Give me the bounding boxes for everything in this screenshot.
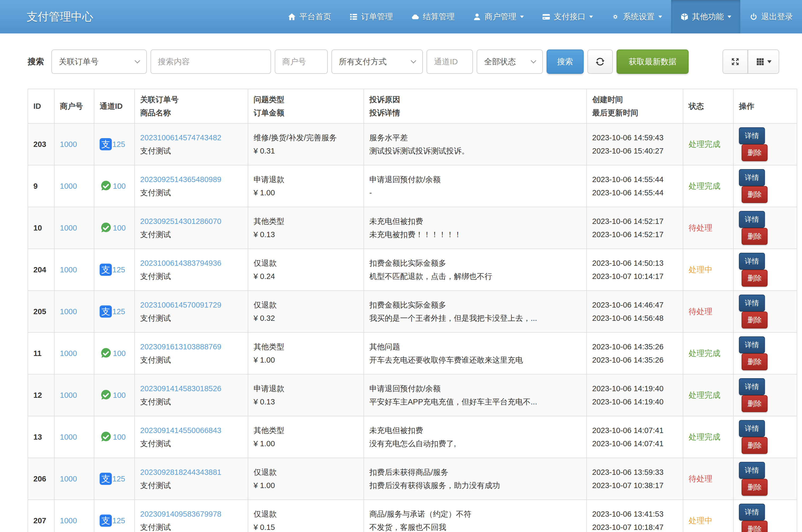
issue-type: 维修/换货/补发/完善服务: [254, 131, 358, 144]
detail-button[interactable]: 详情: [739, 294, 765, 311]
nav-item-power[interactable]: 退出登录: [740, 0, 802, 33]
complaint-cell: 其他问题 开车去充电还要收取停车费谁还敢来这里充电: [364, 332, 587, 374]
issue-cell: 仅退款 ¥ 1.00: [248, 458, 364, 500]
created-time: 2023-10-06 14:55:44: [592, 173, 677, 186]
delete-button[interactable]: 删除: [742, 186, 768, 203]
merchant-link[interactable]: 1000: [60, 475, 77, 483]
updated-time: 2023-10-06 14:52:17: [592, 228, 677, 241]
detail-button[interactable]: 详情: [739, 504, 765, 520]
delete-button[interactable]: 删除: [742, 144, 768, 161]
status-select[interactable]: 全部状态: [477, 50, 543, 74]
detail-button[interactable]: 详情: [739, 127, 765, 144]
nav-item-card[interactable]: 支付接口: [533, 0, 602, 33]
actions-cell: 详情 删除: [733, 416, 797, 458]
detail-button[interactable]: 详情: [739, 169, 765, 186]
nav-item-label: 其他功能: [692, 12, 724, 22]
nav-item-list[interactable]: 订单管理: [340, 0, 402, 33]
merchant-link[interactable]: 1000: [60, 182, 77, 190]
updated-time: 2023-10-06 14:35:26: [592, 353, 677, 366]
search-content-input[interactable]: [150, 50, 271, 74]
actions-cell: 详情 删除: [733, 207, 797, 249]
channel-cell: 100: [94, 165, 134, 207]
complaint-reason: 未充电但被扣费: [369, 424, 581, 437]
column-header: ID: [28, 89, 54, 124]
nav-item-user[interactable]: 商户管理: [464, 0, 533, 33]
order-number-link[interactable]: 2023092514301286070: [140, 217, 221, 226]
merchant-link[interactable]: 1000: [60, 349, 77, 358]
detail-button[interactable]: 详情: [739, 211, 765, 228]
nav-item-box[interactable]: 其他功能: [671, 0, 740, 33]
merchant-cell: 1000: [54, 458, 94, 500]
merchant-link[interactable]: 1000: [60, 140, 77, 149]
search-field-select[interactable]: 关联订单号: [51, 50, 147, 74]
delete-button[interactable]: 删除: [742, 395, 768, 412]
actions-cell: 详情 删除: [733, 458, 797, 500]
chevron-down-icon: [531, 58, 536, 63]
created-time: 2023-10-06 14:07:41: [592, 424, 677, 437]
delete-button[interactable]: 删除: [742, 437, 768, 454]
order-number-link[interactable]: 2023092818244343881: [140, 468, 221, 476]
nav-item-label: 退出登录: [761, 12, 793, 22]
status-badge: 处理完成: [689, 433, 721, 441]
order-number-link[interactable]: 2023100614383794936: [140, 259, 221, 267]
detail-button[interactable]: 详情: [739, 420, 765, 437]
order-number-link[interactable]: 2023091414583018526: [140, 384, 221, 393]
order-cell: 2023100614570091729 支付测试: [134, 291, 248, 332]
status-badge: 待处理: [689, 223, 712, 232]
detail-button[interactable]: 详情: [739, 378, 765, 395]
delete-button[interactable]: 删除: [742, 479, 768, 496]
time-cell: 2023-10-06 14:59:43 2023-10-06 15:40:27: [587, 124, 683, 165]
grid-icon: [755, 57, 765, 66]
search-button[interactable]: 搜索: [547, 50, 584, 74]
wechat-icon: [99, 347, 112, 360]
time-cell: 2023-10-06 14:46:47 2023-10-06 14:56:48: [587, 291, 683, 332]
wechat-icon: [99, 431, 112, 443]
channel-id-text: 125: [112, 265, 125, 274]
delete-button[interactable]: 删除: [742, 311, 768, 328]
delete-button[interactable]: 删除: [742, 353, 768, 370]
merchant-cell: 1000: [54, 500, 94, 532]
merchant-link[interactable]: 1000: [60, 433, 77, 441]
delete-button[interactable]: 删除: [742, 520, 768, 532]
order-number-link[interactable]: 2023091409583679978: [140, 510, 221, 518]
time-cell: 2023-10-06 13:59:33 2023-10-07 10:38:17: [587, 458, 683, 500]
nav-item-home[interactable]: 平台首页: [278, 0, 340, 33]
paytype-select[interactable]: 所有支付方式: [331, 50, 423, 74]
order-number-link[interactable]: 2023091414550066843: [140, 426, 221, 435]
merchant-link[interactable]: 1000: [60, 224, 77, 232]
product-name: 支付测试: [140, 311, 242, 325]
merchant-link[interactable]: 1000: [60, 391, 77, 399]
merchant-input[interactable]: [275, 50, 328, 74]
delete-button[interactable]: 删除: [742, 228, 768, 245]
order-amount: ¥ 1.00: [254, 353, 358, 366]
delete-button[interactable]: 删除: [742, 270, 768, 287]
nav-item-gear[interactable]: 系统设置: [602, 0, 671, 33]
order-number-link[interactable]: 2023100614570091729: [140, 301, 221, 309]
complaint-cell: 服务水平差 测试投诉测试投诉测试投诉。: [364, 124, 587, 165]
complaint-reason: 未充电但被扣费: [369, 215, 581, 228]
merchant-link[interactable]: 1000: [60, 516, 77, 525]
detail-button[interactable]: 详情: [739, 462, 765, 479]
home-icon: [288, 13, 296, 21]
caret-down-icon: [520, 16, 524, 18]
issue-cell: 申请退款 ¥ 1.00: [248, 165, 364, 207]
channel-id-input[interactable]: [426, 50, 473, 74]
fullscreen-button[interactable]: [723, 50, 748, 74]
detail-button[interactable]: 详情: [739, 253, 765, 270]
order-number-link[interactable]: 2023091613103888769: [140, 342, 221, 351]
fetch-latest-button[interactable]: 获取最新数据: [617, 50, 689, 74]
columns-button[interactable]: [748, 50, 779, 74]
merchant-link[interactable]: 1000: [60, 265, 77, 274]
detail-button[interactable]: 详情: [739, 337, 765, 353]
column-header: 操作: [733, 89, 797, 124]
order-amount: ¥ 1.00: [254, 186, 358, 199]
nav-item-label: 系统设置: [623, 12, 655, 22]
channel-id-text: 100: [113, 391, 126, 400]
nav-item-cloud[interactable]: 结算管理: [402, 0, 464, 33]
refresh-button[interactable]: [587, 50, 613, 74]
status-cell: 待处理: [683, 291, 733, 332]
order-number-link[interactable]: 2023100614574743482: [140, 133, 221, 142]
order-number-link[interactable]: 2023092514365480989: [140, 175, 221, 184]
time-cell: 2023-10-06 14:50:13 2023-10-07 10:14:17: [587, 249, 683, 291]
merchant-link[interactable]: 1000: [60, 307, 77, 316]
